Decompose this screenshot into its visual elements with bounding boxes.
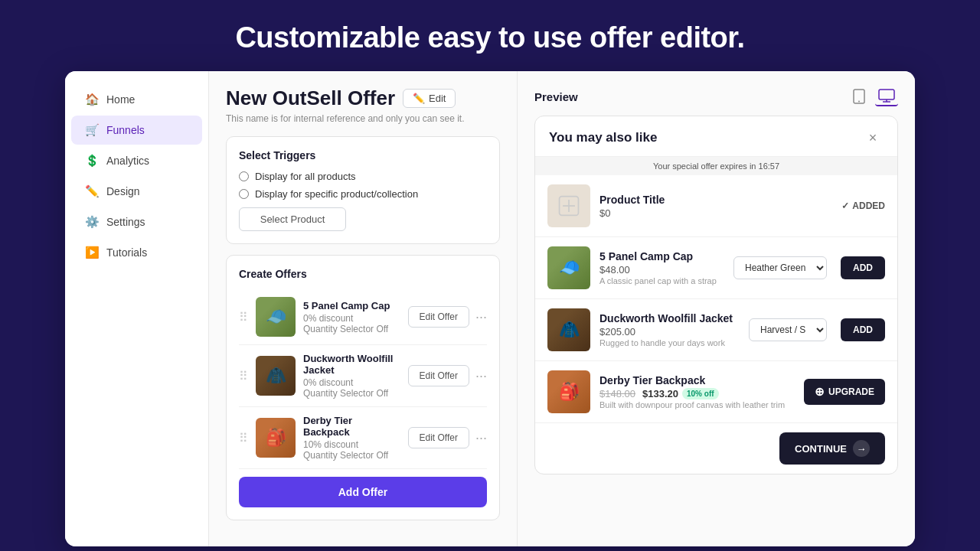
offer-img-cap: 🧢 (256, 297, 296, 337)
sidebar-item-label: Settings (106, 216, 145, 228)
edit-offer-cap-button[interactable]: Edit Offer (408, 306, 469, 328)
more-options-jacket[interactable]: ··· (475, 369, 487, 383)
drag-handle-cap[interactable]: ⠿ (239, 310, 248, 324)
edit-offer-backpack-button[interactable]: Edit Offer (408, 427, 469, 448)
more-options-cap[interactable]: ··· (475, 310, 487, 324)
preview-modal: You may also like × Your special offer e… (534, 116, 898, 474)
offer-item-cap: ⠿ 🧢 5 Panel Camp Cap 0% discount Quantit… (239, 289, 487, 345)
offer-img-backpack: 🎒 (256, 418, 296, 458)
select-product-button[interactable]: Select Product (239, 207, 346, 231)
modal-close-button[interactable]: × (862, 127, 884, 148)
drag-handle-backpack[interactable]: ⠿ (239, 431, 248, 445)
radio-specific-products[interactable]: Display for specific product/collection (239, 188, 487, 200)
page-title-row: New OutSell Offer ✏️ Edit (226, 86, 500, 110)
page-subtitle: This name is for internal reference and … (226, 113, 500, 124)
triggers-title: Select Triggers (239, 149, 487, 161)
check-icon: ✓ (841, 201, 849, 211)
radio-all-products[interactable]: Display for all products (239, 171, 487, 182)
mobile-icon[interactable] (848, 86, 871, 106)
continue-button[interactable]: CONTINUE → (779, 432, 885, 465)
edit-button[interactable]: ✏️ Edit (403, 89, 456, 108)
product-price-sale-backpack: $133.20 (642, 388, 678, 399)
offer-actions-jacket: Edit Offer ··· (408, 365, 487, 386)
radio-all-input[interactable] (239, 171, 249, 181)
product-img-cap: 🧢 (547, 246, 590, 289)
svg-rect-2 (879, 90, 894, 99)
added-badge: ✓ ADDED (841, 201, 885, 211)
create-offers-panel: Create Offers ⠿ 🧢 5 Panel Camp Cap 0% di… (226, 255, 500, 520)
offer-item-backpack: ⠿ 🎒 Derby Tier Backpack 10% discount Qua… (239, 407, 487, 469)
sidebar-item-funnels[interactable]: 🛒 Funnels (71, 116, 202, 145)
offer-name-cap: 5 Panel Camp Cap (303, 300, 400, 311)
create-offers-title: Create Offers (239, 268, 487, 280)
settings-icon: ⚙️ (85, 215, 99, 229)
product-info-title: Product Title $0 (599, 194, 832, 219)
offer-selector-jacket: Quantity Selector Off (303, 388, 400, 399)
sidebar-item-label: Design (106, 185, 140, 197)
tutorials-icon: ▶️ (85, 246, 99, 259)
added-label: ADDED (852, 201, 885, 211)
product-img-jacket: 🧥 (547, 308, 590, 351)
discount-badge-backpack: 10% off (682, 388, 719, 399)
page-heading: Customizable easy to use offer editor. (220, 0, 760, 71)
preview-product-title: Product Title $0 ✓ ADDED (535, 175, 897, 237)
preview-product-backpack: 🎒 Derby Tier Backpack $148.00 $133.20 10… (535, 361, 897, 423)
design-icon: ✏️ (85, 184, 99, 198)
jacket-icon: 🧥 (256, 356, 296, 396)
funnels-icon: 🛒 (85, 123, 99, 137)
product-name-cap: 5 Panel Camp Cap (599, 250, 724, 262)
edit-pencil-icon: ✏️ (413, 93, 425, 104)
offer-selector-backpack: Quantity Selector Off (303, 450, 400, 461)
preview-panel: Preview Yo (517, 71, 915, 546)
upgrade-button[interactable]: ⊕ UPGRADE (804, 379, 885, 405)
sidebar-item-settings[interactable]: ⚙️ Settings (71, 207, 202, 236)
offer-name-backpack: Derby Tier Backpack (303, 415, 400, 438)
product-price-jacket: $205.00 (599, 326, 740, 337)
preview-product-jacket: 🧥 Duckworth Woolfill Jacket $205.00 Rugg… (535, 299, 897, 361)
preview-title: Preview (534, 90, 578, 103)
product-price-cap: $48.00 (599, 264, 724, 276)
desktop-icon[interactable] (875, 86, 898, 106)
more-options-backpack[interactable]: ··· (475, 431, 487, 445)
offer-name-jacket: Duckworth Woolfill Jacket (303, 353, 400, 376)
offer-item-jacket: ⠿ 🧥 Duckworth Woolfill Jacket 0% discoun… (239, 345, 487, 407)
product-desc-cap: A classic panel cap with a strap (599, 276, 724, 285)
variant-select-jacket[interactable]: Harvest / S (749, 318, 827, 341)
edit-label: Edit (429, 93, 446, 104)
upgrade-label: UPGRADE (828, 386, 874, 397)
modal-header: You may also like × (535, 116, 897, 157)
add-offer-button[interactable]: Add Offer (239, 477, 487, 507)
app-container: 🏠 Home 🛒 Funnels 💲 Analytics ✏️ Design ⚙… (65, 71, 915, 546)
cap-icon: 🧢 (256, 297, 296, 337)
sidebar-item-label: Funnels (106, 124, 145, 136)
product-name-jacket: Duckworth Woolfill Jacket (599, 312, 740, 324)
add-cap-button[interactable]: ADD (841, 256, 885, 279)
edit-offer-jacket-button[interactable]: Edit Offer (408, 365, 469, 386)
offer-details-cap: 5 Panel Camp Cap 0% discount Quantity Se… (303, 300, 400, 334)
offer-selector-cap: Quantity Selector Off (303, 324, 400, 334)
continue-row: CONTINUE → (535, 423, 897, 474)
offer-actions-backpack: Edit Offer ··· (408, 427, 487, 448)
sidebar: 🏠 Home 🛒 Funnels 💲 Analytics ✏️ Design ⚙… (65, 71, 209, 546)
drag-handle-jacket[interactable]: ⠿ (239, 369, 248, 383)
timer-bar: Your special offer expires in 16:57 (535, 157, 897, 175)
radio-specific-label: Display for specific product/collection (255, 188, 418, 200)
product-info-backpack: Derby Tier Backpack $148.00 $133.20 10% … (599, 374, 795, 409)
add-jacket-button[interactable]: ADD (841, 318, 885, 341)
product-img-backpack: 🎒 (547, 370, 590, 413)
sidebar-item-design[interactable]: ✏️ Design (71, 177, 202, 206)
radio-group: Display for all products Display for spe… (239, 171, 487, 200)
sidebar-item-label: Home (106, 93, 135, 106)
radio-specific-input[interactable] (239, 189, 249, 199)
product-info-jacket: Duckworth Woolfill Jacket $205.00 Rugged… (599, 312, 740, 347)
home-icon: 🏠 (85, 93, 99, 106)
sidebar-item-home[interactable]: 🏠 Home (71, 85, 202, 114)
product-name-title: Product Title (599, 194, 832, 206)
sidebar-item-tutorials[interactable]: ▶️ Tutorials (71, 238, 202, 267)
sidebar-item-analytics[interactable]: 💲 Analytics (71, 146, 202, 175)
preview-product-cap: 🧢 5 Panel Camp Cap $48.00 A classic pane… (535, 237, 897, 299)
upgrade-plus-icon: ⊕ (815, 385, 825, 399)
variant-select-cap[interactable]: Heather Green (733, 256, 827, 279)
product-img-placeholder (547, 184, 590, 227)
offer-discount-jacket: 0% discount (303, 377, 400, 388)
